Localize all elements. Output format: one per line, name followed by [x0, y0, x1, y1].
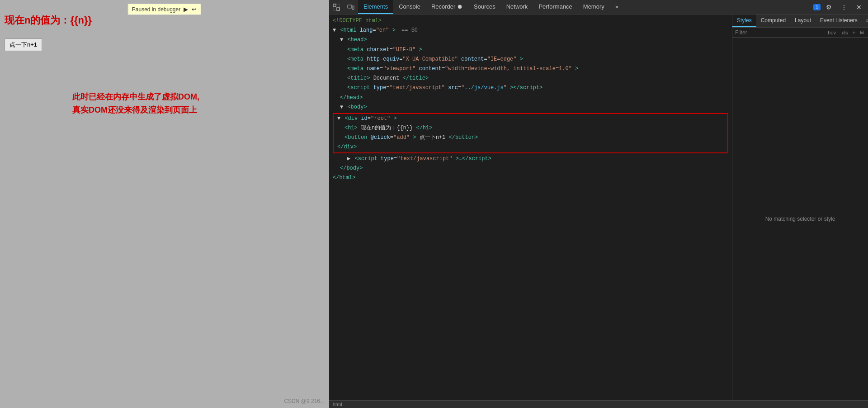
dom-html-line[interactable]: ▼ <html lang="en" > == $0	[329, 26, 732, 35]
dom-panel[interactable]: <!DOCTYPE html> ▼ <html lang="en" > == $…	[329, 14, 732, 400]
add-style-button[interactable]: +	[851, 29, 857, 36]
tab-performance[interactable]: Performance	[533, 0, 577, 14]
step-button[interactable]: ↩	[191, 5, 197, 13]
styles-tab-layout[interactable]: Layout	[790, 14, 816, 27]
html-open-tag: <	[340, 27, 343, 33]
svg-rect-4	[348, 5, 352, 8]
styles-tab-styles[interactable]: Styles	[732, 14, 756, 27]
styles-tabs: Styles Computed Layout Event Listeners »	[732, 14, 868, 28]
collapse-body-arrow[interactable]: ▼	[340, 104, 343, 110]
webpage-panel: Paused in debugger ▶ ↩ 现在n的值为：{{n}} 点一下n…	[0, 0, 329, 408]
inspect-icon	[333, 4, 340, 11]
devtools-right-icons: 1 ⚙ ⋮ ✕	[813, 2, 868, 13]
dom-div-close-line[interactable]: </div>	[334, 142, 727, 152]
resume-button[interactable]: ▶	[183, 5, 189, 13]
collapse-div-arrow[interactable]: ▼	[337, 115, 340, 122]
svg-rect-0	[333, 4, 336, 7]
tab-sources[interactable]: Sources	[468, 0, 501, 14]
no-style-message: No matching selector or style	[765, 216, 835, 222]
dom-head-close-line[interactable]: </head>	[329, 93, 732, 103]
tab-memory[interactable]: Memory	[578, 0, 610, 14]
debugger-banner: Paused in debugger ▶ ↩	[128, 4, 201, 15]
collapse-html-arrow[interactable]: ▼	[333, 27, 336, 33]
svg-rect-3	[333, 4, 340, 10]
tab-network[interactable]: Network	[501, 0, 533, 14]
doctype-text: <!DOCTYPE html>	[333, 18, 382, 24]
styles-tab-event-listeners[interactable]: Event Listeners	[816, 14, 862, 27]
page-title: 现在n的值为：{{n}}	[5, 14, 92, 27]
dom-script-vue-line[interactable]: <script type="text/javascript" src="../j…	[329, 83, 732, 93]
devtools-toolbar: Elements Console Recorder ⏺ Sources Netw…	[329, 0, 868, 14]
dom-body-line[interactable]: ▼ <body>	[329, 103, 732, 112]
increment-button[interactable]: 点一下n+1	[5, 38, 42, 51]
tab-more[interactable]: »	[610, 0, 624, 14]
tab-console[interactable]: Console	[393, 0, 426, 14]
tab-recorder[interactable]: Recorder ⏺	[426, 0, 468, 14]
styles-filter-buttons: :hov .cls + ⊞	[825, 29, 865, 36]
dom-html-close-line[interactable]: </html>	[329, 173, 732, 183]
dom-meta-viewport-line[interactable]: <meta name="viewport" content="width=dev…	[329, 64, 732, 74]
styles-panel: Styles Computed Layout Event Listeners »…	[732, 14, 868, 400]
more-style-button[interactable]: ⊞	[859, 29, 865, 36]
tab-counter-badge: 1	[813, 4, 821, 10]
device-icon	[347, 4, 354, 11]
resume-icon: ▶	[184, 6, 188, 13]
dom-div-root-line[interactable]: ▼ <div id="root" >	[334, 114, 727, 123]
dollar0-ref: == $0	[401, 27, 418, 33]
devtools-panel: Elements Console Recorder ⏺ Sources Netw…	[329, 0, 868, 408]
close-devtools-button[interactable]: ✕	[853, 2, 865, 13]
hov-button[interactable]: :hov	[825, 29, 837, 36]
annotation-line1: 此时已经在内存中生成了虚拟DOM,	[72, 90, 199, 104]
dom-root-highlighted-block: ▼ <div id="root" > <h1> 现在n的值为：{{n}} </h…	[333, 113, 728, 153]
svg-rect-5	[352, 6, 354, 9]
dom-title-line[interactable]: <title> Document </title>	[329, 74, 732, 83]
annotation-text: 此时已经在内存中生成了虚拟DOM, 真实DOM还没来得及渲染到页面上	[72, 90, 199, 117]
dom-doctype-line[interactable]: <!DOCTYPE html>	[329, 16, 732, 26]
styles-content: No matching selector or style	[732, 38, 868, 400]
devtools-content: <!DOCTYPE html> ▼ <html lang="en" > == $…	[329, 14, 868, 400]
settings-button[interactable]: ⚙	[822, 2, 835, 13]
styles-filter-row: :hov .cls + ⊞	[732, 28, 868, 38]
dom-meta-charset-line[interactable]: <meta charset="UTF-8" >	[329, 45, 732, 55]
styles-tab-computed[interactable]: Computed	[756, 14, 790, 27]
styles-tab-more[interactable]: »	[862, 14, 868, 27]
collapse-head-arrow[interactable]: ▼	[340, 37, 343, 43]
dom-head-line[interactable]: ▼ <head>	[329, 35, 732, 45]
dom-meta-compat-line[interactable]: <meta http-equiv="X-UA-Compatible" conte…	[329, 55, 732, 64]
watermark: CSDN @9 216...	[284, 398, 325, 404]
dom-script-inline-line[interactable]: ▶ <script type="text/javascript" >…</scr…	[329, 154, 732, 164]
devtools-statusbar: html	[329, 400, 868, 408]
tab-elements[interactable]: Elements	[358, 0, 393, 14]
devtools-tabs: Elements Console Recorder ⏺ Sources Netw…	[358, 0, 813, 14]
collapse-script-arrow[interactable]: ▶	[347, 156, 350, 162]
debugger-banner-text: Paused in debugger	[132, 6, 180, 13]
step-icon: ↩	[192, 6, 197, 13]
annotation-line2: 真实DOM还没来得及渲染到页面上	[72, 104, 199, 117]
styles-filter-input[interactable]	[735, 29, 823, 36]
dom-button-line[interactable]: <button @click="add" > 点一下n+1 </button>	[334, 133, 727, 142]
dom-h1-line[interactable]: <h1> 现在n的值为：{{n}} </h1>	[334, 123, 727, 133]
dom-selected-path: html	[333, 402, 342, 407]
dom-body-close-line[interactable]: </body>	[329, 164, 732, 173]
svg-rect-1	[337, 8, 340, 10]
inspect-element-button[interactable]	[329, 2, 344, 13]
more-options-button[interactable]: ⋮	[837, 2, 851, 13]
device-toolbar-button[interactable]	[344, 2, 358, 13]
cls-button[interactable]: .cls	[839, 29, 849, 36]
